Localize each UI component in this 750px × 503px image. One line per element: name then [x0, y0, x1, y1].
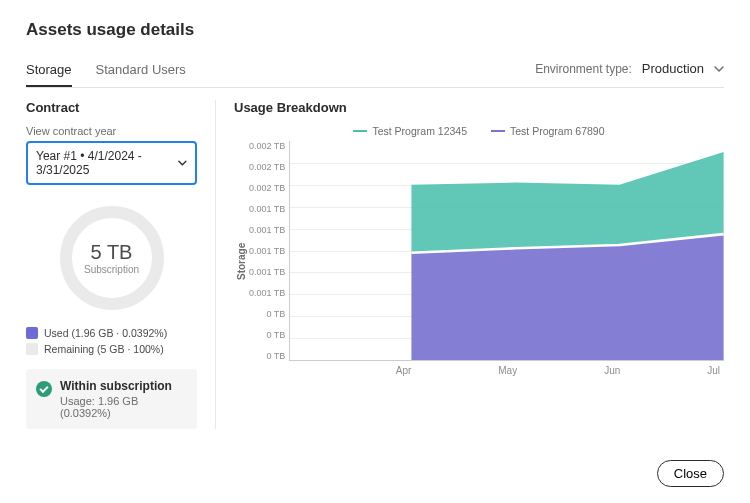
- y-tick: 0.002 TB: [249, 162, 285, 172]
- legend-used-label: Used (1.96 GB · 0.0392%): [44, 327, 167, 339]
- status-subtitle: Usage: 1.96 GB (0.0392%): [60, 395, 187, 419]
- y-tick: 0.001 TB: [249, 225, 285, 235]
- chevron-down-icon: [178, 158, 187, 168]
- contract-panel: Contract View contract year Year #1 • 4/…: [26, 100, 216, 429]
- tab-bar: Storage Standard Users Environment type:…: [26, 56, 724, 88]
- y-tick: 0 TB: [249, 330, 285, 340]
- chart-legend: Test Program 12345 Test Program 67890: [234, 125, 724, 137]
- y-tick: 0.001 TB: [249, 288, 285, 298]
- legend-series-2-label: Test Program 67890: [510, 125, 605, 137]
- legend-series-1-label: Test Program 12345: [372, 125, 467, 137]
- subscription-label: Subscription: [84, 264, 139, 275]
- y-tick: 0.002 TB: [249, 183, 285, 193]
- line-swatch-icon: [353, 130, 367, 132]
- chevron-down-icon: [714, 64, 724, 74]
- subscription-value: 5 TB: [84, 241, 139, 264]
- legend-series-2: Test Program 67890: [491, 125, 605, 137]
- y-tick: 0.002 TB: [249, 141, 285, 151]
- legend-used: Used (1.96 GB · 0.0392%): [26, 327, 197, 339]
- x-tick: Apr: [396, 365, 412, 376]
- swatch-remaining-icon: [26, 343, 38, 355]
- close-button[interactable]: Close: [657, 460, 724, 487]
- y-tick: 0.001 TB: [249, 267, 285, 277]
- environment-value: Production: [642, 61, 704, 76]
- y-tick: 0 TB: [249, 309, 285, 319]
- contract-year-select[interactable]: Year #1 • 4/1/2024 - 3/31/2025: [26, 141, 197, 185]
- y-tick: 0.001 TB: [249, 204, 285, 214]
- contract-year-label: View contract year: [26, 125, 197, 137]
- x-tick: Jun: [604, 365, 620, 376]
- area-chart: [289, 141, 724, 361]
- line-swatch-icon: [491, 130, 505, 132]
- breakdown-title: Usage Breakdown: [234, 100, 724, 115]
- y-axis-ticks: 0.002 TB 0.002 TB 0.002 TB 0.001 TB 0.00…: [249, 141, 289, 361]
- page-title: Assets usage details: [26, 20, 724, 40]
- tab-standard-users[interactable]: Standard Users: [96, 56, 186, 87]
- contract-title: Contract: [26, 100, 197, 115]
- x-axis-ticks: Apr May Jun Jul: [289, 365, 724, 376]
- usage-breakdown-panel: Usage Breakdown Test Program 12345 Test …: [216, 100, 724, 429]
- contract-year-value: Year #1 • 4/1/2024 - 3/31/2025: [36, 149, 178, 177]
- y-axis-label: Storage: [234, 141, 249, 381]
- swatch-used-icon: [26, 327, 38, 339]
- environment-selector[interactable]: Environment type: Production: [535, 61, 724, 82]
- y-tick: 0 TB: [249, 351, 285, 361]
- checkmark-circle-icon: [36, 381, 52, 397]
- y-tick: 0.001 TB: [249, 246, 285, 256]
- legend-series-1: Test Program 12345: [353, 125, 467, 137]
- x-tick: May: [498, 365, 517, 376]
- tab-storage[interactable]: Storage: [26, 56, 72, 87]
- status-box: Within subscription Usage: 1.96 GB (0.03…: [26, 369, 197, 429]
- status-title: Within subscription: [60, 379, 187, 393]
- x-tick: Jul: [707, 365, 720, 376]
- environment-label: Environment type:: [535, 62, 632, 76]
- legend-remaining: Remaining (5 GB · 100%): [26, 343, 197, 355]
- subscription-donut: 5 TB Subscription: [57, 203, 167, 313]
- legend-remaining-label: Remaining (5 GB · 100%): [44, 343, 164, 355]
